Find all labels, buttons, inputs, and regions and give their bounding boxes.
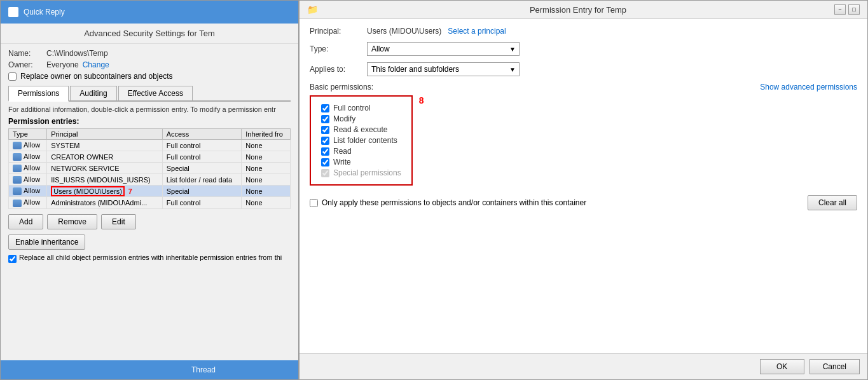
folder-icon: 📁 bbox=[307, 4, 318, 15]
perm-modify: Modify bbox=[321, 114, 401, 123]
thread-bar: Thread bbox=[1, 360, 298, 379]
minimize-button[interactable]: − bbox=[834, 4, 846, 15]
list-folder-checkbox[interactable] bbox=[321, 137, 329, 145]
right-panel: 📁 Permission Entry for Temp − □ Principa… bbox=[299, 0, 868, 380]
user-icon bbox=[13, 187, 22, 195]
enable-inheritance-button[interactable]: Enable inheritance bbox=[8, 234, 85, 250]
user-icon bbox=[13, 165, 22, 172]
table-row[interactable]: AllowNETWORK SERVICESpecialNone bbox=[9, 163, 291, 174]
right-content: Principal: Users (MIDOU\Users) Select a … bbox=[300, 19, 867, 353]
special-label: Special permissions bbox=[333, 168, 401, 177]
tab-auditing[interactable]: Auditing bbox=[70, 86, 116, 100]
entry-badge: 7 bbox=[128, 187, 132, 195]
owner-row: Owner: Everyone Change bbox=[8, 60, 291, 69]
replace-owner-row: Replace owner on subcontainers and objec… bbox=[8, 72, 291, 81]
full-control-checkbox[interactable] bbox=[321, 104, 329, 112]
left-panel: Quick Reply Advanced Security Settings f… bbox=[0, 0, 299, 380]
selected-principal: Users (MIDOU\Users) bbox=[51, 186, 125, 196]
info-text: For additional information, double-click… bbox=[8, 105, 291, 113]
quick-reply-bar: Quick Reply bbox=[1, 1, 298, 24]
perm-full-control: Full control bbox=[321, 104, 401, 112]
full-control-label: Full control bbox=[333, 104, 371, 112]
owner-value: Everyone bbox=[46, 60, 79, 69]
perm-read-execute: Read & execute bbox=[321, 125, 401, 134]
table-row[interactable]: AllowAdministrators (MIDOU\Admi...Full c… bbox=[9, 197, 291, 208]
table-row[interactable]: AllowIIS_IUSRS (MIDOU\IIS_IUSRS)List fol… bbox=[9, 174, 291, 186]
basic-permissions-label: Basic permissions: bbox=[310, 83, 373, 92]
type-select-wrapper: Allow Deny ▼ bbox=[367, 42, 520, 56]
edit-button[interactable]: Edit bbox=[101, 214, 136, 229]
applies-select-wrapper: This folder and subfolders This folder o… bbox=[367, 62, 520, 76]
user-icon bbox=[13, 200, 22, 207]
apply-section: Only apply these permissions to objects … bbox=[310, 192, 857, 214]
show-advanced-link[interactable]: Show advanced permissions bbox=[760, 83, 857, 92]
perm-read: Read bbox=[321, 147, 401, 156]
tabs-row: Permissions Auditing Effective Access bbox=[8, 86, 291, 102]
replace-row: Replace all child object permission entr… bbox=[8, 254, 291, 263]
replace-child-checkbox[interactable] bbox=[8, 255, 17, 263]
add-button[interactable]: Add bbox=[8, 214, 43, 229]
entry-buttons: Add Remove Edit bbox=[8, 214, 291, 229]
owner-label: Owner: bbox=[8, 60, 46, 69]
name-row: Name: C:\Windows\Temp bbox=[8, 49, 291, 58]
user-icon bbox=[13, 176, 22, 184]
permissions-section-wrapper: Basic permissions: Show advanced permiss… bbox=[310, 83, 857, 186]
bottom-buttons: OK Cancel bbox=[300, 353, 867, 379]
clear-all-button[interactable]: Clear all bbox=[808, 195, 857, 210]
apply-only-row: Only apply these permissions to objects … bbox=[310, 198, 586, 207]
applies-select[interactable]: This folder and subfolders This folder o… bbox=[367, 62, 520, 76]
applies-label: Applies to: bbox=[310, 65, 367, 74]
dialog-title: Permission Entry for Temp bbox=[322, 5, 834, 15]
modify-checkbox[interactable] bbox=[321, 115, 329, 123]
replace-owner-label: Replace owner on subcontainers and objec… bbox=[20, 72, 172, 81]
table-row[interactable]: AllowSYSTEMFull controlNone bbox=[9, 140, 291, 151]
table-row[interactable]: AllowUsers (MIDOU\Users)7SpecialNone bbox=[9, 186, 291, 197]
tab-permissions[interactable]: Permissions bbox=[8, 86, 69, 102]
name-label: Name: bbox=[8, 49, 46, 58]
apply-only-checkbox[interactable] bbox=[310, 199, 318, 207]
modify-label: Modify bbox=[333, 114, 355, 123]
applies-row: Applies to: This folder and subfolders T… bbox=[310, 62, 857, 76]
maximize-button[interactable]: □ bbox=[848, 4, 860, 15]
principal-row: Principal: Users (MIDOU\Users) Select a … bbox=[310, 27, 857, 36]
table-row[interactable]: AllowCREATOR OWNERFull controlNone bbox=[9, 151, 291, 163]
perm-list-folder: List folder contents bbox=[321, 136, 401, 145]
ok-button[interactable]: OK bbox=[760, 359, 804, 374]
perm-write: Write bbox=[321, 158, 401, 166]
replace-child-label: Replace all child object permission entr… bbox=[19, 254, 282, 261]
col-type: Type bbox=[9, 129, 47, 140]
permission-entries-label: Permission entries: bbox=[8, 117, 291, 126]
tab-effective-access[interactable]: Effective Access bbox=[118, 86, 193, 100]
user-icon bbox=[13, 153, 22, 161]
security-title: Advanced Security Settings for Tem bbox=[1, 24, 298, 44]
principal-value: Users (MIDOU\Users) bbox=[367, 27, 441, 36]
window-controls: − □ bbox=[834, 4, 860, 15]
quick-reply-label: Quick Reply bbox=[24, 8, 65, 17]
badge-number: 8 bbox=[419, 95, 424, 105]
col-access: Access bbox=[162, 129, 242, 140]
list-folder-label: List folder contents bbox=[333, 136, 397, 145]
title-bar: 📁 Permission Entry for Temp − □ bbox=[300, 1, 867, 19]
permission-table: Type Principal Access Inherited fro Allo… bbox=[8, 128, 291, 209]
name-value: C:\Windows\Temp bbox=[46, 49, 108, 58]
user-icon bbox=[13, 142, 22, 149]
col-inherited: Inherited fro bbox=[242, 129, 291, 140]
remove-button[interactable]: Remove bbox=[47, 214, 97, 229]
cancel-button[interactable]: Cancel bbox=[809, 359, 860, 374]
select-principal-link[interactable]: Select a principal bbox=[448, 27, 506, 36]
principal-label: Principal: bbox=[310, 27, 367, 36]
change-owner-link[interactable]: Change bbox=[83, 60, 109, 69]
quick-reply-icon bbox=[8, 7, 18, 17]
type-select[interactable]: Allow Deny bbox=[367, 42, 520, 56]
special-checkbox bbox=[321, 169, 329, 177]
read-checkbox[interactable] bbox=[321, 147, 329, 156]
type-row: Type: Allow Deny ▼ bbox=[310, 42, 857, 56]
apply-only-label: Only apply these permissions to objects … bbox=[322, 198, 586, 207]
write-label: Write bbox=[333, 158, 351, 166]
read-execute-checkbox[interactable] bbox=[321, 126, 329, 134]
write-checkbox[interactable] bbox=[321, 158, 329, 166]
permissions-box: Full control Modify Read & execute bbox=[310, 95, 413, 186]
replace-owner-checkbox[interactable] bbox=[8, 72, 17, 81]
thread-label: Thread bbox=[191, 365, 216, 374]
read-label: Read bbox=[333, 147, 352, 156]
